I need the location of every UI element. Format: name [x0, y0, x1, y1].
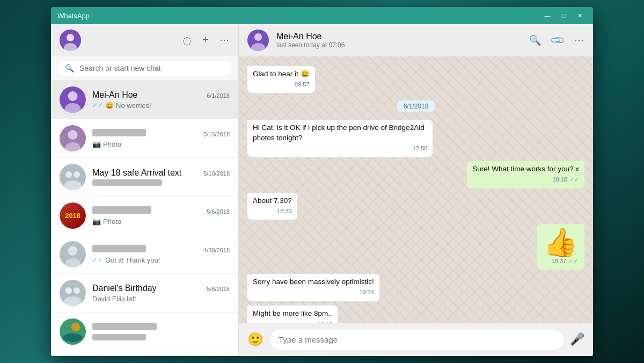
chat-preview-5: ✓✓ Got it! Thank you! [92, 256, 230, 264]
new-chat-icon[interactable]: + [202, 34, 209, 47]
chat-item-6[interactable]: Daniel's Birthday 5/8/2018 David Ellis l… [51, 274, 238, 313]
chat-date-5: 4/30/2018 [203, 247, 230, 253]
chat-item-5[interactable]: 4/30/2018 ✓✓ Got it! Thank you! [51, 235, 238, 274]
attach-icon[interactable]: 📎 [549, 32, 566, 48]
chat-avatar-5 [60, 241, 86, 267]
chat-avatar-7 [60, 318, 86, 345]
bubble-time-4: 18:30 [277, 207, 292, 215]
chat-item-4[interactable]: 2018 5/6/2018 📷 Photo [51, 197, 238, 235]
chat-content-3: May 18 safe Arrival text 5/10/2018 [92, 168, 230, 186]
chat-date-3: 5/10/2018 [203, 170, 230, 177]
chat-date-4: 5/6/2018 [207, 208, 230, 215]
search-input[interactable] [79, 64, 224, 72]
chat-avatar-2 [60, 125, 86, 151]
chat-content-7 [92, 323, 230, 340]
bubble-5: 👍 18:37 ✓✓ [537, 224, 584, 270]
app-title: WhatsApp [57, 12, 540, 20]
bubble-text-6: Sorry have been massively optimistic! [253, 278, 374, 286]
chat-name-4 [92, 206, 151, 216]
chat-menu-icon[interactable]: ⋯ [574, 34, 584, 46]
bubble-text-1: Glad to hear it 😄 [253, 70, 310, 78]
mic-button[interactable]: 🎤 [570, 332, 584, 346]
svg-point-24 [254, 33, 262, 41]
sidebar-header: ◌ + ⋯ [51, 24, 238, 56]
camera-icon-2: 📷 [92, 140, 101, 148]
chat-list: Mei-An Hoe 6/1/2018 ✓✓ 😄 No worries! [51, 81, 238, 356]
svg-point-14 [68, 246, 78, 256]
tick-icon-5: ✓✓ [92, 256, 103, 264]
bubble-6: Sorry have been massively optimistic! 19… [247, 274, 379, 301]
chat-date-2: 5/13/2018 [203, 131, 230, 137]
message-row-6: Sorry have been massively optimistic! 19… [247, 274, 584, 301]
bubble-7: Might be more like 8pm.. 19:24 [247, 306, 338, 323]
user-avatar[interactable] [60, 30, 81, 51]
preview-emoji-1: 😄 [105, 101, 114, 110]
menu-icon[interactable]: ⋯ [219, 34, 230, 47]
chat-name-7 [92, 323, 157, 332]
chat-content-6: Daniel's Birthday 5/8/2018 David Ellis l… [92, 284, 230, 303]
chat-item-1[interactable]: Mei-An Hoe 6/1/2018 ✓✓ 😄 No worries! [51, 81, 238, 119]
bubble-time-3: 18:10 [552, 176, 567, 184]
message-row-7: Might be more like 8pm.. 19:24 [247, 306, 584, 323]
bubble-meta-3: 18:10 ✓✓ [472, 176, 579, 184]
chat-name-1: Mei-An Hoe [92, 90, 137, 100]
svg-point-17 [65, 287, 72, 294]
chat-item-7[interactable] [51, 313, 238, 351]
contact-avatar [247, 30, 269, 51]
search-bar: 🔍 [51, 56, 238, 81]
maximize-button[interactable]: □ [557, 10, 570, 21]
chat-item-3[interactable]: May 18 safe Arrival text 5/10/2018 [51, 158, 238, 197]
chat-date-6: 5/8/2018 [207, 286, 230, 292]
svg-point-12 [64, 180, 82, 190]
chat-date-1: 6/1/2018 [207, 92, 230, 99]
window-controls: — □ ✕ [540, 10, 587, 21]
message-input[interactable] [270, 330, 564, 350]
chat-name-6: Daniel's Birthday [92, 284, 157, 293]
camera-icon-4: 📷 [92, 217, 101, 226]
contact-info: Mei-An Hoe last seen today at 07:06 [276, 32, 522, 49]
chat-header-actions: 🔍 📎 ⋯ [529, 34, 584, 46]
bubble-3: Sure! What time works for you? x 18:10 ✓… [467, 161, 584, 188]
sidebar: ◌ + ⋯ 🔍 [51, 24, 239, 356]
emoji-button[interactable]: 🙂 [247, 332, 264, 347]
tick-icon-1: ✓✓ [92, 101, 103, 109]
tick-3: ✓✓ [569, 176, 579, 184]
chat-content-4: 5/6/2018 📷 Photo [92, 206, 230, 226]
search-icon: 🔍 [65, 64, 74, 72]
chat-header: Mei-An Hoe last seen today at 07:06 🔍 📎 … [239, 24, 593, 56]
chat-area: Mei-An Hoe last seen today at 07:06 🔍 📎 … [239, 24, 593, 356]
bubble-meta-2: 17:58 [253, 144, 427, 153]
date-chip: 6/1/2018 [397, 100, 435, 112]
svg-point-19 [64, 296, 82, 306]
bubble-text-3: Sure! What time works for you? x [472, 165, 579, 173]
chat-avatar-3 [60, 164, 86, 190]
chat-preview-2: 📷 Photo [92, 140, 230, 148]
minimize-button[interactable]: — [540, 10, 554, 21]
message-input-bar: 🙂 🎤 [239, 323, 593, 356]
svg-point-10 [65, 171, 72, 178]
svg-point-21 [63, 333, 83, 342]
chat-name-3: May 18 safe Arrival text [92, 168, 181, 178]
bubble-text-4: About 7.30? [253, 197, 292, 205]
chat-preview-3 [92, 179, 230, 186]
date-divider: 6/1/2018 [247, 100, 584, 112]
message-row-2: Hi Cat, is it OK if I pick up the pen dr… [247, 120, 584, 157]
app-window: WhatsApp — □ ✕ ◌ + [51, 7, 593, 356]
bubble-time-6: 19:24 [359, 288, 374, 296]
message-row-5: 👍 18:37 ✓✓ [247, 224, 584, 270]
svg-point-4 [68, 91, 78, 101]
bubble-meta-5: 18:37 ✓✓ [543, 257, 578, 265]
bubble-time-2: 17:58 [413, 144, 428, 153]
search-chat-icon[interactable]: 🔍 [529, 34, 541, 46]
svg-point-1 [67, 34, 74, 41]
chat-avatar-1 [60, 86, 86, 113]
message-row-1: Glad to hear it 😄 09:57 [247, 66, 584, 93]
close-button[interactable]: ✕ [573, 10, 587, 21]
svg-point-18 [74, 287, 80, 294]
chat-item-2[interactable]: 5/13/2018 📷 Photo [51, 119, 238, 158]
chat-name-5 [92, 245, 146, 255]
bubble-meta-4: 18:30 [253, 207, 292, 215]
status-icon[interactable]: ◌ [182, 34, 192, 47]
tick-5: ✓✓ [568, 257, 578, 265]
chat-name-2 [92, 129, 146, 139]
